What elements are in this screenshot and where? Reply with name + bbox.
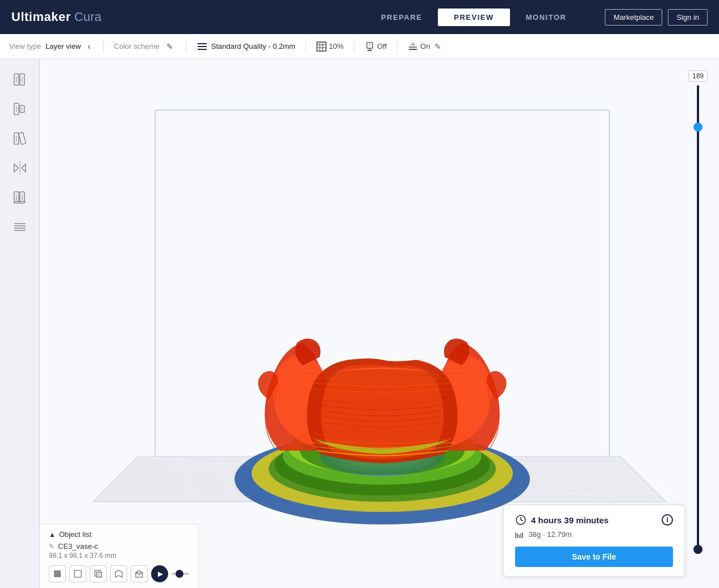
weight-label: 38g · 12.79m [529, 530, 572, 539]
cube-side-button[interactable] [110, 565, 127, 582]
time-display: 4 hours 39 minutes [515, 514, 609, 526]
view-type-label: View type [9, 42, 41, 51]
quality-icon [197, 41, 208, 52]
support-section: Off [365, 41, 387, 52]
color-scheme-label: Color scheme [114, 42, 160, 51]
layer-slider-top-thumb[interactable] [693, 123, 703, 132]
svg-rect-75 [54, 570, 61, 577]
object-panel: ▲ Object list ✎ CE3_vase-c 98.1 x 98.1 x… [40, 524, 199, 588]
support-blocker-icon [12, 190, 27, 205]
infill-value: 10% [329, 42, 344, 51]
object-list-label: Object list [59, 530, 91, 539]
layer-slider[interactable]: 189 [688, 70, 708, 554]
signin-button[interactable]: Sign in [668, 9, 708, 26]
support-tool-button[interactable] [6, 184, 34, 211]
pencil-icon-2: ✎ [434, 42, 441, 51]
play-icon: ▶ [158, 570, 163, 578]
header-actions: Marketplace Sign in [605, 9, 708, 26]
support-icon [365, 41, 375, 52]
nav-tabs: PREPARE PREVIEW MONITOR [365, 9, 583, 26]
object-actions: ▶ [49, 565, 189, 582]
cube-front-icon [94, 570, 102, 578]
edit-icon-small: ✎ [49, 543, 55, 551]
layer-number: 189 [688, 70, 708, 82]
clock-icon [515, 514, 526, 526]
logo: Ultimaker Cura [11, 10, 101, 24]
svg-marker-29 [14, 164, 18, 172]
svg-rect-1 [198, 46, 207, 47]
divider-5 [397, 40, 398, 53]
time-label: 4 hours 39 minutes [531, 515, 609, 525]
layer-tool-button[interactable] [6, 213, 34, 241]
svg-rect-0 [198, 43, 207, 44]
svg-rect-2 [198, 49, 207, 50]
chevron-left-icon: ‹ [87, 41, 90, 52]
cube-solid-icon [53, 570, 61, 578]
info-time-row: 4 hours 39 minutes i [515, 514, 673, 526]
rotate-icon [12, 131, 27, 146]
quality-label: Standard Quality - 0.2mm [211, 42, 295, 51]
svg-rect-8 [367, 43, 373, 48]
pencil-icon: ✎ [166, 42, 173, 51]
object-list-header: ▲ Object list [49, 530, 189, 539]
info-panel: 4 hours 39 minutes i 38g · 12.79m Save t… [503, 505, 685, 577]
scale-icon [12, 102, 27, 116]
cube-front-button[interactable] [90, 565, 107, 582]
cube-top-button[interactable] [131, 565, 148, 582]
object-name-label: CE3_vase-c [58, 542, 98, 551]
cube-top-icon [135, 570, 143, 578]
svg-line-12 [370, 44, 371, 45]
cube-outline-icon [74, 570, 82, 578]
divider-2 [186, 40, 186, 53]
view-type-back-button[interactable]: ‹ [85, 40, 93, 53]
object-name-row: ✎ CE3_vase-c [49, 542, 189, 551]
divider-3 [306, 40, 306, 53]
svg-rect-3 [317, 42, 326, 51]
cube-solid-button[interactable] [49, 565, 66, 582]
move-icon [12, 72, 27, 87]
svg-marker-30 [22, 164, 26, 172]
play-button[interactable]: ▶ [151, 565, 168, 582]
tab-preview[interactable]: PREVIEW [438, 9, 509, 26]
adhesion-icon [408, 41, 418, 52]
svg-rect-26 [18, 132, 26, 144]
mirror-tool-button[interactable] [6, 154, 34, 182]
tab-prepare[interactable]: PREPARE [365, 9, 438, 26]
left-sidebar [0, 59, 40, 588]
support-value: Off [377, 42, 387, 51]
layer-icon [12, 220, 27, 234]
svg-line-84 [521, 520, 523, 521]
timeline-thumb[interactable] [175, 570, 183, 578]
marketplace-button[interactable]: Marketplace [605, 9, 662, 26]
adhesion-edit-button[interactable]: ✎ [432, 41, 444, 52]
layer-slider-bottom-thumb[interactable] [693, 545, 703, 554]
logo-ultimaker: Ultimaker [11, 10, 71, 24]
move-tool-button[interactable] [6, 66, 34, 93]
view-type-section: View type Layer view ‹ [9, 40, 93, 53]
svg-rect-78 [97, 572, 102, 577]
layer-slider-track[interactable] [697, 85, 699, 554]
info-icon: i [662, 514, 673, 526]
infill-icon [316, 41, 327, 52]
color-scheme-edit-button[interactable]: ✎ [164, 41, 175, 52]
infill-section: 10% [316, 41, 344, 52]
divider-1 [103, 40, 104, 53]
view-type-value: Layer view [45, 42, 81, 51]
tab-monitor[interactable]: MONITOR [510, 9, 583, 26]
chevron-up-icon: ▲ [49, 531, 56, 539]
logo-cura: Cura [74, 10, 102, 24]
scale-tool-button[interactable] [6, 95, 34, 123]
viewport[interactable]: 189 ▲ Object list ✎ CE3_vase-c 98.1 x 98… [40, 59, 719, 588]
save-to-file-button[interactable]: Save to File [515, 547, 673, 567]
info-weight: 38g · 12.79m [515, 530, 673, 540]
cube-outline-button[interactable] [69, 565, 86, 582]
rotate-tool-button[interactable] [6, 125, 34, 152]
color-scheme-section: Color scheme ✎ [114, 41, 175, 52]
adhesion-value: On [420, 42, 430, 51]
cube-side-icon [115, 570, 123, 578]
info-button[interactable]: i [662, 514, 673, 526]
timeline-bar[interactable] [172, 573, 189, 575]
main-content: 189 ▲ Object list ✎ CE3_vase-c 98.1 x 98… [0, 59, 719, 588]
header: Ultimaker Cura PREPARE PREVIEW MONITOR M… [0, 0, 719, 34]
svg-marker-79 [115, 570, 122, 577]
